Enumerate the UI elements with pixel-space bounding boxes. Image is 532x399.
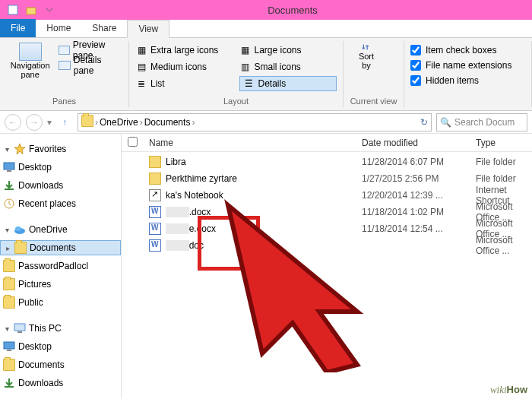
tab-share[interactable]: Share <box>81 19 127 37</box>
sort-icon <box>362 43 371 52</box>
file-name: .docx <box>166 207 211 217</box>
l-icons-icon: ▦ <box>239 45 252 55</box>
nav-pane-label: Navigation pane <box>11 61 50 79</box>
folder-icon <box>3 359 15 371</box>
sidebar-item-thispc[interactable]: ▾This PC <box>0 321 121 336</box>
onedrive-icon <box>14 223 26 236</box>
file-row[interactable]: .docx11/18/2014 1:02 PMMicrosoft Office … <box>122 204 532 220</box>
folder-icon <box>3 260 15 272</box>
item-check-boxes[interactable]: Item check boxes <box>410 43 525 58</box>
file-row[interactable]: Libra11/28/2014 6:07 PMFile folder <box>122 154 532 170</box>
search-placeholder: Search Docum <box>454 117 515 128</box>
crumb-onedrive[interactable]: OneDrive <box>100 117 138 128</box>
sort-by-button[interactable]: Sort by <box>350 43 383 70</box>
downloads-icon <box>3 377 15 389</box>
star-icon <box>14 143 26 155</box>
sidebar-item-pc-documents[interactable]: Documents <box>0 357 121 372</box>
folder-icon <box>149 173 161 185</box>
tab-home[interactable]: Home <box>36 19 81 37</box>
col-date[interactable]: Date modified <box>362 138 476 148</box>
layout-details[interactable]: ☰Details <box>239 76 337 91</box>
history-dropdown-icon[interactable]: ▾ <box>47 117 52 128</box>
svg-marker-2 <box>14 144 25 154</box>
tab-file[interactable]: File <box>0 19 36 37</box>
back-button[interactable]: ← <box>5 114 21 131</box>
file-name: ka's Notebook <box>166 190 223 201</box>
svg-rect-1 <box>27 8 36 14</box>
layout-large[interactable]: ▦Large icons <box>239 43 337 58</box>
col-type[interactable]: Type <box>476 138 532 148</box>
svg-rect-9 <box>17 331 22 333</box>
layout-extra-large[interactable]: ▦Extra large icons <box>135 43 233 58</box>
svg-rect-10 <box>4 342 14 349</box>
sidebar-item-desktop[interactable]: Desktop <box>0 160 121 175</box>
sidebar-item-documents[interactable]: ▸Documents <box>0 240 121 255</box>
navigation-pane-button[interactable]: Navigation pane <box>6 43 54 79</box>
file-name: doc <box>166 240 204 251</box>
sidebar-item-pc-downloads[interactable]: Downloads <box>0 375 121 391</box>
svg-rect-11 <box>7 350 11 351</box>
watermark: wikiHow <box>490 384 527 396</box>
current-view-label: Current view <box>350 97 397 106</box>
search-icon: 🔍 <box>440 117 451 128</box>
word-doc-icon <box>149 206 161 218</box>
qa-properties-icon[interactable] <box>5 2 21 17</box>
qa-dropdown-icon[interactable] <box>41 2 58 17</box>
sidebar-item-pictures[interactable]: Pictures <box>0 277 121 292</box>
file-name-extensions[interactable]: File name extensions <box>410 58 525 73</box>
item-check-boxes-checkbox[interactable] <box>410 45 421 55</box>
hidden-items-checkbox[interactable] <box>410 75 421 86</box>
sidebar-item-favorites[interactable]: ▾Favorites <box>0 141 121 157</box>
folder-icon <box>14 242 27 254</box>
file-row[interactable]: ka's Notebook12/20/2014 12:39 ...Interne… <box>122 187 532 204</box>
shortcut-icon <box>149 189 161 201</box>
sidebar-item-passwordpadlock[interactable]: PasswordPadlocl <box>0 258 121 274</box>
list-icon: ≣ <box>135 78 147 89</box>
layout-small[interactable]: ▥Small icons <box>239 59 337 74</box>
details-pane-button[interactable]: Details pane <box>59 58 122 73</box>
file-row[interactable]: e.docx11/18/2014 12:54 ...Microsoft Offi… <box>122 220 532 237</box>
recent-icon <box>3 198 15 210</box>
panes-group-label: Panes <box>52 97 76 106</box>
select-all-checkbox[interactable] <box>128 137 138 147</box>
hidden-items[interactable]: Hidden items <box>410 73 525 88</box>
column-headers: Name Date modified Type <box>122 134 532 152</box>
navigation-pane-icon <box>19 43 42 61</box>
file-date: 12/20/2014 12:39 ... <box>362 190 476 201</box>
svg-rect-0 <box>8 5 17 14</box>
sidebar-item-onedrive[interactable]: ▾OneDrive <box>0 222 121 237</box>
file-date: 11/18/2014 1:02 PM <box>362 207 476 217</box>
group-layout: ▦Extra large icons ▦Large icons ▤Medium … <box>129 41 344 107</box>
layout-medium[interactable]: ▤Medium icons <box>135 59 233 74</box>
svg-rect-8 <box>14 324 25 331</box>
search-input[interactable]: 🔍 Search Docum <box>436 113 527 131</box>
tab-view[interactable]: View <box>127 20 169 38</box>
sidebar-item-public[interactable]: Public <box>0 295 121 310</box>
sidebar-item-pc-desktop[interactable]: Desktop <box>0 339 121 354</box>
up-button[interactable]: ↑ <box>56 114 73 131</box>
sidebar-item-recent[interactable]: Recent places <box>0 196 121 211</box>
file-date: 11/18/2014 12:54 ... <box>362 223 476 234</box>
ribbon-tabs: File Home Share View <box>0 20 532 38</box>
folder-icon <box>3 278 15 290</box>
file-type: Microsoft Office ... <box>476 235 532 256</box>
xl-icons-icon: ▦ <box>135 45 147 55</box>
layout-list[interactable]: ≣List <box>135 76 233 91</box>
breadcrumb[interactable]: › OneDrive › Documents › ↻ <box>78 113 432 131</box>
folder-icon <box>81 115 93 129</box>
forward-button[interactable]: → <box>26 114 43 131</box>
file-row[interactable]: docMicrosoft Office ... <box>122 237 532 254</box>
crumb-documents[interactable]: Documents <box>144 117 191 128</box>
file-row[interactable]: Perkthime zyrtare1/27/2015 2:56 PMFile f… <box>122 170 532 187</box>
word-doc-icon <box>149 223 161 235</box>
qa-new-folder-icon[interactable] <box>23 2 40 17</box>
file-ext-checkbox[interactable] <box>410 60 421 71</box>
ribbon: Navigation pane Preview pane Details pan… <box>0 38 532 111</box>
col-name[interactable]: Name <box>149 138 362 148</box>
folder-icon <box>3 296 15 309</box>
refresh-icon[interactable]: ↻ <box>420 117 428 128</box>
window-title: Documents <box>58 5 527 16</box>
svg-rect-4 <box>7 170 11 172</box>
downloads-icon <box>3 179 15 192</box>
sidebar-item-downloads[interactable]: Downloads <box>0 178 121 193</box>
